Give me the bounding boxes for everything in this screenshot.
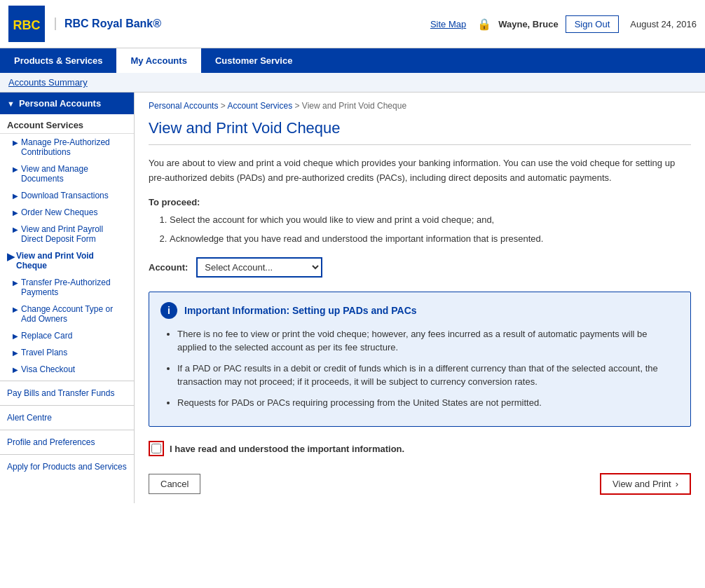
- sidebar-item-apply-products[interactable]: Apply for Products and Services: [0, 458, 134, 476]
- info-box-header: i Important Information: Setting up PADs…: [160, 302, 679, 319]
- sidebar-item-change-account-type[interactable]: ▶ Change Account Type or Add Owners: [0, 301, 134, 327]
- sidebar-item-label: View and Manage Documents: [21, 164, 127, 184]
- logo-area: RBC RBC Royal Bank®: [8, 6, 161, 42]
- site-map-link[interactable]: Site Map: [430, 19, 466, 29]
- info-box: i Important Information: Setting up PADs…: [149, 292, 691, 428]
- sidebar-item-view-manage-docs[interactable]: ▶ View and Manage Documents: [0, 160, 134, 187]
- sidebar-item-payroll-direct-deposit[interactable]: ▶ View and Print Payroll Direct Deposit …: [0, 221, 134, 247]
- sidebar-item-visa-checkout[interactable]: ▶ Visa Checkout: [0, 361, 134, 378]
- sign-out-button[interactable]: Sign Out: [566, 15, 620, 33]
- accounts-summary-link[interactable]: Accounts Summary: [8, 77, 88, 88]
- header-right: Site Map 🔒 Wayne, Bruce Sign Out August …: [430, 15, 697, 33]
- page-title: View and Print Void Cheque: [149, 119, 691, 145]
- nav-my-accounts[interactable]: My Accounts: [116, 48, 200, 73]
- sidebar-item-manage-pre-authorized[interactable]: ▶ Manage Pre-Authorized Contributions: [0, 134, 134, 160]
- rbc-logo: RBC: [8, 6, 45, 42]
- sidebar-item-label: Download Transactions: [21, 191, 109, 200]
- sidebar-item-label: Visa Checkout: [21, 364, 75, 374]
- sidebar-item-pay-bills[interactable]: Pay Bills and Transfer Funds: [0, 384, 134, 402]
- proceed-list: Select the account for which you would l…: [170, 213, 691, 246]
- bullet-icon: ▶: [13, 165, 18, 173]
- sidebar-item-download-transactions[interactable]: ▶ Download Transactions: [0, 187, 134, 204]
- breadcrumb-current: View and Print Void Cheque: [302, 101, 406, 111]
- breadcrumb-account-services[interactable]: Account Services: [227, 101, 292, 111]
- bullet-icon: ▶: [13, 209, 18, 217]
- sidebar-divider-3: [0, 430, 134, 430]
- bullet-icon: ▶: [13, 226, 18, 233]
- content-area: ▼ Personal Accounts Account Services ▶ M…: [0, 93, 705, 503]
- sidebar-item-transfer-pre-authorized[interactable]: ▶ Transfer Pre-Authorized Payments: [0, 274, 134, 301]
- breadcrumb-separator-2: >: [295, 101, 302, 111]
- nav-products-services[interactable]: Products & Services: [0, 48, 116, 73]
- sidebar: ▼ Personal Accounts Account Services ▶ M…: [0, 93, 135, 503]
- to-proceed-label: To proceed:: [149, 197, 691, 207]
- current-page-marker: ▶: [7, 251, 15, 262]
- nav-customer-service[interactable]: Customer Service: [201, 48, 307, 73]
- accounts-summary-bar: Accounts Summary: [0, 73, 705, 93]
- sidebar-divider-2: [0, 405, 134, 406]
- sidebar-item-order-cheques[interactable]: ▶ Order New Cheques: [0, 204, 134, 221]
- sidebar-item-label: Replace Card: [21, 331, 72, 341]
- sidebar-item-travel-plans[interactable]: ▶ Travel Plans: [0, 344, 134, 361]
- sidebar-item-replace-card[interactable]: ▶ Replace Card: [0, 327, 134, 344]
- checkbox-area: I have read and understood the important…: [149, 441, 691, 456]
- view-print-arrow-icon: ›: [676, 479, 678, 489]
- svg-text:RBC: RBC: [13, 18, 41, 32]
- info-bullet-1: There is no fee to view or print the voi…: [177, 327, 679, 355]
- bullet-icon: ▶: [13, 192, 18, 200]
- button-row: Cancel View and Print ›: [149, 470, 691, 495]
- sidebar-item-label: Transfer Pre-Authorized Payments: [21, 278, 127, 297]
- sidebar-section-header: ▼ Personal Accounts: [0, 93, 134, 114]
- cancel-button[interactable]: Cancel: [149, 474, 200, 494]
- checkbox-container[interactable]: [149, 441, 164, 456]
- info-bullet-2: If a PAD or PAC results in a debit or cr…: [177, 362, 679, 389]
- bullet-icon: ▶: [13, 306, 18, 313]
- sidebar-item-void-cheque-active[interactable]: ▶ View and Print Void Cheque: [0, 247, 134, 274]
- info-bullet-3: Requests for PADs or PACs requiring proc…: [177, 396, 679, 410]
- breadcrumb-personal-accounts[interactable]: Personal Accounts: [149, 101, 218, 111]
- breadcrumb-separator-1: >: [221, 101, 228, 111]
- date-display: August 24, 2016: [630, 19, 697, 29]
- sidebar-item-label: Travel Plans: [21, 348, 67, 357]
- bullet-icon: ▶: [13, 332, 18, 340]
- main-nav: Products & Services My Accounts Customer…: [0, 48, 705, 73]
- proceed-step-1: Select the account for which you would l…: [170, 213, 691, 227]
- sidebar-item-label: Order New Cheques: [21, 207, 97, 217]
- proceed-step-2: Acknowledge that you have read and under…: [170, 232, 691, 246]
- bullet-icon: ▶: [13, 366, 18, 374]
- intro-text: You are about to view and print a void c…: [149, 156, 691, 186]
- header: RBC RBC Royal Bank® Site Map 🔒 Wayne, Br…: [0, 0, 705, 48]
- sidebar-group-label: Account Services: [0, 114, 134, 134]
- info-list: There is no fee to view or print the voi…: [177, 327, 679, 410]
- sidebar-item-profile-preferences[interactable]: Profile and Preferences: [0, 433, 134, 451]
- account-label: Account:: [149, 262, 188, 273]
- info-circle-icon: i: [160, 302, 177, 319]
- sidebar-item-label: Change Account Type or Add Owners: [21, 304, 127, 324]
- bullet-icon: ▶: [13, 349, 18, 357]
- bullet-icon: ▶: [13, 139, 18, 146]
- user-section: 🔒 Wayne, Bruce Sign Out: [477, 15, 619, 33]
- view-print-button[interactable]: View and Print ›: [600, 473, 691, 495]
- breadcrumb: Personal Accounts > Account Services > V…: [149, 101, 691, 111]
- main-content: Personal Accounts > Account Services > V…: [135, 93, 705, 503]
- sidebar-divider-4: [0, 454, 134, 455]
- user-name: Wayne, Bruce: [498, 19, 559, 29]
- sidebar-item-void-cheque[interactable]: View and Print Void Cheque: [16, 251, 127, 271]
- sidebar-item-alert-centre[interactable]: Alert Centre: [0, 409, 134, 427]
- bank-name: RBC Royal Bank®: [55, 18, 161, 30]
- checkbox-label[interactable]: I have read and understood the important…: [170, 444, 404, 454]
- sidebar-item-label: Manage Pre-Authorized Contributions: [21, 137, 127, 157]
- sidebar-section-title: Personal Accounts: [19, 98, 101, 109]
- info-box-title: Important Information: Setting up PADs a…: [184, 305, 417, 316]
- bullet-icon: ▶: [13, 279, 18, 287]
- sidebar-divider-1: [0, 381, 134, 381]
- lock-icon: 🔒: [477, 18, 491, 31]
- acknowledgement-checkbox[interactable]: [151, 444, 161, 453]
- account-select[interactable]: Select Account...: [196, 257, 322, 278]
- sidebar-item-label: View and Print Payroll Direct Deposit Fo…: [21, 224, 127, 244]
- sidebar-arrow-icon: ▼: [7, 100, 15, 108]
- account-row: Account: Select Account...: [149, 257, 691, 278]
- view-print-label: View and Print: [612, 479, 671, 489]
